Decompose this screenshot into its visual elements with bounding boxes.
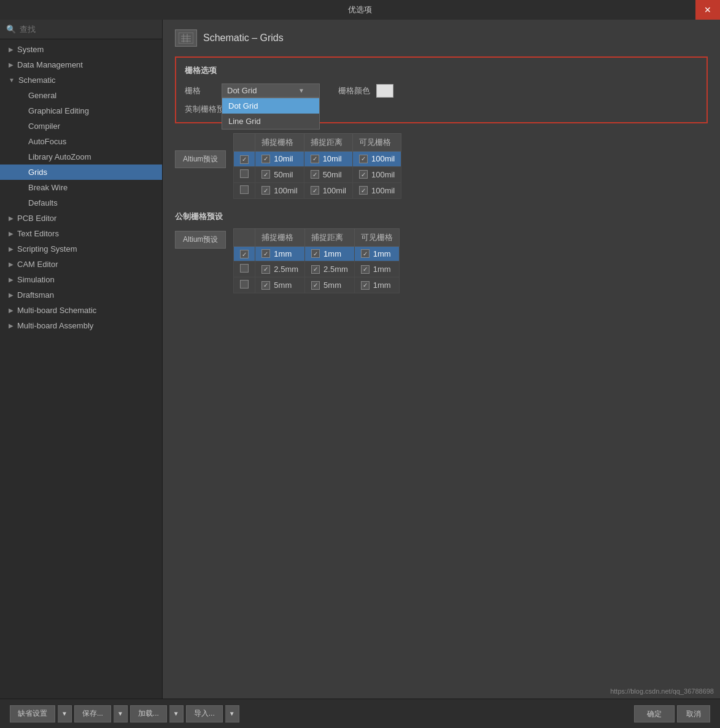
check-icon[interactable] xyxy=(240,169,249,178)
dropdown-selected[interactable]: Dot Grid ▼ xyxy=(222,83,320,98)
cell-value: 1mm xyxy=(323,249,341,258)
sidebar-item-data-management[interactable]: ▶Data Management xyxy=(0,57,162,72)
table-row[interactable]: ✓✓10mil✓10mil✓100mil xyxy=(234,152,401,167)
cell-check-icon[interactable]: ✓ xyxy=(359,155,368,163)
table-cell: ✓5mm xyxy=(305,277,355,293)
sidebar-item-label: Multi-board Assembly xyxy=(17,321,93,330)
cell-value: 100mil xyxy=(371,186,395,195)
sidebar-item-schematic[interactable]: ▼Schematic xyxy=(0,72,162,88)
cell-check-icon[interactable]: ✓ xyxy=(311,155,319,163)
sidebar-item-multi-board-schematic[interactable]: ▶Multi-board Schematic xyxy=(0,303,162,318)
main-layout: 🔍 ▶System▶Data Management▼SchematicGener… xyxy=(0,20,720,699)
ok-button[interactable]: 确定 xyxy=(634,705,675,722)
cancel-button[interactable]: 取消 xyxy=(677,705,710,722)
check-icon[interactable] xyxy=(240,264,249,273)
sidebar-item-break-wire[interactable]: Break Wire xyxy=(0,180,162,195)
metric-button-col: Altium预设 xyxy=(175,228,226,249)
content-area: Schematic – Grids 栅格选项 栅格 Dot Grid ▼ Dot… xyxy=(163,20,720,699)
cell-check-icon[interactable]: ✓ xyxy=(359,186,368,195)
sidebar-item-autofocus[interactable]: AutoFocus xyxy=(0,134,162,149)
metric-altium-preset-button[interactable]: Altium预设 xyxy=(175,231,226,249)
sidebar-item-system[interactable]: ▶System xyxy=(0,42,162,57)
imperial-altium-preset-button[interactable]: Altium预设 xyxy=(175,150,226,168)
check-icon[interactable]: ✓ xyxy=(240,155,249,164)
option-line-grid[interactable]: Line Grid xyxy=(222,114,319,129)
cell-check-icon[interactable]: ✓ xyxy=(311,170,319,179)
table-row[interactable]: ✓100mil✓100mil✓100mil xyxy=(234,182,401,198)
cell-check-icon[interactable]: ✓ xyxy=(261,155,270,163)
sidebar-item-graphical-editing[interactable]: Graphical Editing xyxy=(0,103,162,118)
cell-check-icon[interactable]: ✓ xyxy=(361,249,370,258)
color-swatch[interactable] xyxy=(376,84,393,98)
sidebar-item-scripting-system[interactable]: ▶Scripting System xyxy=(0,241,162,257)
arrow-icon: ▶ xyxy=(9,307,14,314)
table-cell: ✓2.5mm xyxy=(255,261,305,277)
search-input[interactable] xyxy=(20,25,156,34)
search-bar[interactable]: 🔍 xyxy=(0,20,162,39)
row-check-cell: ✓ xyxy=(234,152,255,167)
sidebar-item-label: Grids xyxy=(28,168,47,177)
sidebar-item-defaults[interactable]: Defaults xyxy=(0,195,162,211)
cell-check-icon[interactable]: ✓ xyxy=(261,265,270,274)
sidebar-item-label: Draftsman xyxy=(17,290,54,300)
table-row[interactable]: ✓2.5mm✓2.5mm✓1mm xyxy=(234,261,399,277)
cell-check-icon[interactable]: ✓ xyxy=(311,186,319,195)
cell-check-icon[interactable]: ✓ xyxy=(361,281,370,290)
imperial-button-col: Altium预设 xyxy=(175,133,226,168)
col-header: 捕捉栅格 xyxy=(255,134,304,152)
save-arrow[interactable]: ▼ xyxy=(114,705,128,722)
cell-check-icon[interactable]: ✓ xyxy=(261,170,270,179)
save-button[interactable]: 保存... xyxy=(74,705,111,722)
default-settings-button[interactable]: 缺省设置 xyxy=(10,705,55,722)
arrow-icon: ▶ xyxy=(9,61,14,68)
table-row[interactable]: ✓✓1mm✓1mm✓1mm xyxy=(234,246,399,261)
arrow-icon: ▶ xyxy=(9,276,14,283)
cell-check-icon[interactable]: ✓ xyxy=(311,281,320,290)
cell-check-icon[interactable]: ✓ xyxy=(261,281,270,290)
dialog-title: 优选项 xyxy=(348,4,372,15)
sidebar-item-grids[interactable]: Grids xyxy=(0,165,162,180)
import-arrow[interactable]: ▼ xyxy=(225,705,239,722)
sidebar-item-label: Schematic xyxy=(18,76,56,85)
close-button[interactable]: ✕ xyxy=(695,0,720,20)
cell-value: 1mm xyxy=(373,281,391,290)
sidebar-item-library-autozoom[interactable]: Library AutoZoom xyxy=(0,149,162,165)
cell-check-icon[interactable]: ✓ xyxy=(311,249,320,258)
table-row[interactable]: ✓50mil✓50mil✓100mil xyxy=(234,166,401,182)
import-button[interactable]: 导入... xyxy=(186,705,223,722)
cell-value: 10mil xyxy=(323,154,342,163)
grid-type-dropdown[interactable]: Dot Grid ▼ Dot Grid Line Grid xyxy=(222,83,320,98)
check-icon[interactable] xyxy=(240,185,249,194)
load-arrow[interactable]: ▼ xyxy=(169,705,184,722)
table-cell: ✓1mm xyxy=(354,246,399,261)
cell-check-icon[interactable]: ✓ xyxy=(359,170,368,179)
sidebar-item-cam-editor[interactable]: ▶CAM Editor xyxy=(0,257,162,272)
cell-value: 1mm xyxy=(274,249,292,258)
sidebar-item-multi-board-assembly[interactable]: ▶Multi-board Assembly xyxy=(0,318,162,333)
sidebar-item-pcb-editor[interactable]: ▶PCB Editor xyxy=(0,211,162,226)
cell-check-icon[interactable]: ✓ xyxy=(261,186,270,195)
imperial-table-container: 捕捉栅格捕捉距离可见栅格✓✓10mil✓10mil✓100mil✓50mil✓5… xyxy=(233,133,708,199)
cell-check-icon[interactable]: ✓ xyxy=(361,265,370,274)
sidebar-item-compiler[interactable]: Compiler xyxy=(0,118,162,134)
cell-check-icon[interactable]: ✓ xyxy=(311,265,320,274)
sidebar-item-label: Library AutoZoom xyxy=(28,152,91,161)
sidebar-item-general[interactable]: General xyxy=(0,88,162,103)
option-dot-grid[interactable]: Dot Grid xyxy=(222,98,319,114)
sidebar-item-text-editors[interactable]: ▶Text Editors xyxy=(0,226,162,241)
sidebar-item-draftsman[interactable]: ▶Draftsman xyxy=(0,287,162,303)
cell-check-icon[interactable]: ✓ xyxy=(261,249,270,258)
sidebar-item-simulation[interactable]: ▶Simulation xyxy=(0,272,162,287)
page-header: Schematic – Grids xyxy=(175,29,708,47)
check-icon[interactable]: ✓ xyxy=(240,250,249,258)
dropdown-options: Dot Grid Line Grid xyxy=(222,98,320,130)
table-row[interactable]: ✓5mm✓5mm✓1mm xyxy=(234,277,399,293)
metric-section-title: 公制栅格预设 xyxy=(175,211,708,222)
col-header: 捕捉距离 xyxy=(305,228,355,246)
default-settings-arrow[interactable]: ▼ xyxy=(58,705,72,722)
cell-value: 50mil xyxy=(274,170,293,179)
table-cell: ✓2.5mm xyxy=(305,261,355,277)
check-icon[interactable] xyxy=(240,280,249,288)
load-button[interactable]: 加载... xyxy=(130,705,167,722)
table-cell: ✓1mm xyxy=(354,261,399,277)
